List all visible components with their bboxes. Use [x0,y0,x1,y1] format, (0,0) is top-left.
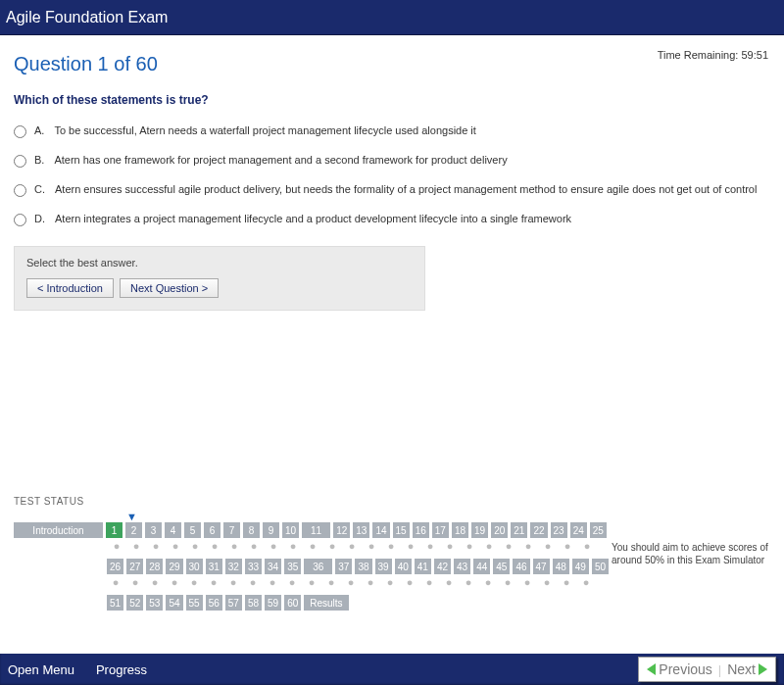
status-pill-13[interactable]: 13 [353,522,370,538]
status-pill-59[interactable]: 59 [265,595,282,611]
status-dot-40: ● [381,577,399,587]
status-pill-58[interactable]: 58 [245,595,263,611]
answer-option-c[interactable]: C. Atern ensures successful agile produc… [14,183,770,197]
status-pill-19[interactable]: 19 [471,522,489,538]
status-pill-21[interactable]: 21 [511,522,528,538]
answer-radio-c[interactable] [14,184,26,197]
current-marker: ▼ [14,513,770,522]
status-pill-37[interactable]: 37 [335,559,353,574]
status-pill-20[interactable]: 20 [491,522,509,538]
status-pill-11[interactable]: 11 [302,522,331,538]
status-dot-41: ● [401,577,418,587]
status-pill-17[interactable]: 17 [432,522,450,538]
status-dot-45: ● [479,577,497,587]
status-dot-48: ● [538,577,556,587]
status-pill-15[interactable]: 15 [393,522,411,538]
status-pill-14[interactable]: 14 [372,522,390,538]
status-pill-27[interactable]: 27 [126,559,144,574]
status-pill-16[interactable]: 16 [413,522,430,538]
status-pill-34[interactable]: 34 [265,559,282,574]
status-pill-7[interactable]: 7 [223,522,241,538]
status-pill-5[interactable]: 5 [184,522,202,538]
status-pill-45[interactable]: 45 [493,559,511,574]
status-dot-50: ● [577,577,595,587]
status-pill-4[interactable]: 4 [165,522,182,538]
status-pill-52[interactable]: 52 [126,595,144,611]
triangle-right-icon [759,663,767,675]
status-pill-43[interactable]: 43 [454,559,471,574]
status-pill-44[interactable]: 44 [473,559,491,574]
status-pill-26[interactable]: 26 [107,559,124,574]
status-pill-39[interactable]: 39 [375,559,393,574]
status-pill-25[interactable]: 25 [590,522,608,538]
status-pill-8[interactable]: 8 [243,522,261,538]
answer-radio-b[interactable] [14,155,26,168]
status-pill-28[interactable]: 28 [146,559,164,574]
next-question-button[interactable]: Next Question > [120,278,219,298]
status-pill-36[interactable]: 36 [304,559,333,574]
status-pill-57[interactable]: 57 [225,595,243,611]
status-pill-50[interactable]: 50 [592,559,610,574]
status-pill-54[interactable]: 54 [166,595,183,611]
status-pill-41[interactable]: 41 [415,559,432,574]
status-pill-60[interactable]: 60 [284,595,302,611]
prev-next-box: Previous | Next [638,657,776,682]
status-pill-51[interactable]: 51 [107,595,124,611]
status-pill-48[interactable]: 48 [553,559,570,574]
status-pill-56[interactable]: 56 [206,595,223,611]
status-dot-8: ● [245,541,263,551]
status-pill-6[interactable]: 6 [204,522,221,538]
status-dot-1: ● [108,541,125,551]
open-menu-link[interactable]: Open Menu [8,662,74,677]
prev-page-button[interactable]: Previous [647,661,711,677]
status-pill-33[interactable]: 33 [245,559,263,574]
status-pill-results[interactable]: Results [304,595,349,611]
status-pill-53[interactable]: 53 [146,595,164,611]
status-pill-23[interactable]: 23 [551,522,568,538]
status-dot-43: ● [440,577,458,587]
main-content: Time Remaining: 59:51 Question 1 of 60 W… [0,35,784,311]
status-dot-35: ● [283,577,301,587]
time-remaining: Time Remaining: 59:51 [658,49,768,61]
status-tip: You should aim to achieve scores of arou… [612,541,776,566]
status-dot-18: ● [441,541,459,551]
status-dot-17: ● [421,541,439,551]
progress-link[interactable]: Progress [96,662,147,677]
status-dot-12: ● [323,541,341,551]
status-pill-38[interactable]: 38 [355,559,372,574]
status-pill-29[interactable]: 29 [166,559,183,574]
status-dot-36: ● [303,577,320,587]
next-page-button[interactable]: Next [727,661,767,677]
status-pill-35[interactable]: 35 [284,559,302,574]
status-pill-30[interactable]: 30 [186,559,204,574]
status-pill-3[interactable]: 3 [145,522,163,538]
status-pill-introduction[interactable]: Introduction [14,522,104,538]
status-pill-2[interactable]: 2 [125,522,143,538]
status-pill-46[interactable]: 46 [513,559,530,574]
answer-option-d[interactable]: D. Atern integrates a project management… [14,213,770,226]
status-pill-49[interactable]: 49 [572,559,590,574]
status-pill-42[interactable]: 42 [434,559,452,574]
answer-radio-a[interactable] [14,125,26,138]
status-pill-9[interactable]: 9 [263,522,280,538]
answer-radio-d[interactable] [14,214,26,226]
status-pill-1[interactable]: 1 [106,522,123,538]
answer-option-a[interactable]: A. To be successful, Atern needs a water… [14,124,770,138]
status-pill-47[interactable]: 47 [533,559,551,574]
status-dot-4: ● [167,541,184,551]
status-pill-10[interactable]: 10 [282,522,300,538]
status-dot-6: ● [206,541,223,551]
status-dot-24: ● [559,541,576,551]
status-pill-18[interactable]: 18 [452,522,469,538]
status-pill-12[interactable]: 12 [333,522,351,538]
status-pill-24[interactable]: 24 [570,522,588,538]
status-pill-32[interactable]: 32 [225,559,243,574]
question-nav-buttons: < Introduction Next Question > [26,278,413,298]
status-pill-22[interactable]: 22 [530,522,548,538]
status-pill-31[interactable]: 31 [206,559,223,574]
status-dot-44: ● [460,577,477,587]
answer-option-b[interactable]: B. Atern has one framework for project m… [14,154,770,168]
status-pill-40[interactable]: 40 [395,559,413,574]
prev-question-button[interactable]: < Introduction [26,278,114,298]
status-pill-55[interactable]: 55 [186,595,204,611]
